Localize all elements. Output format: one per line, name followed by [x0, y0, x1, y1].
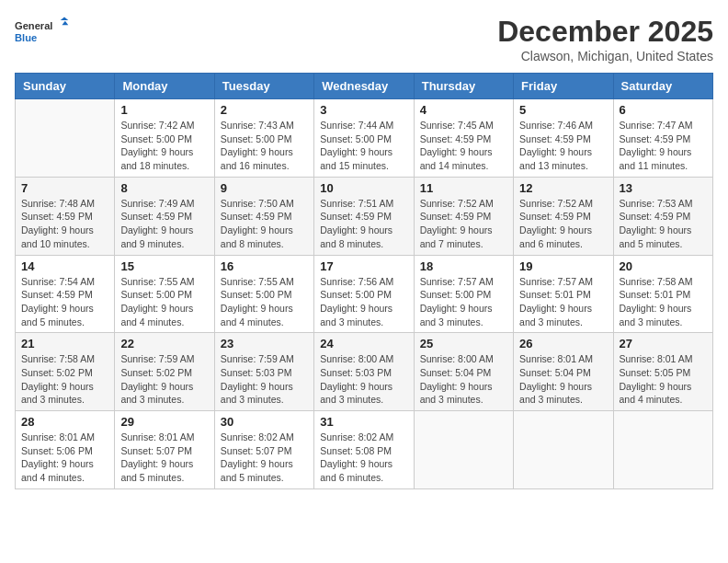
day-number-w2d3: 9: [221, 181, 308, 195]
day-number-w1d2: 1: [120, 103, 208, 117]
day-cell-w4d3: 23Sunrise: 7:59 AM Sunset: 5:03 PM Dayli…: [214, 333, 313, 411]
location: Clawson, Michigan, United States: [497, 49, 713, 63]
day-number-w3d4: 17: [320, 259, 407, 273]
day-number-w4d2: 22: [120, 337, 208, 350]
day-info-w2d5: Sunrise: 7:52 AM Sunset: 4:59 PM Dayligh…: [420, 197, 507, 251]
day-cell-w4d5: 25Sunrise: 8:00 AM Sunset: 5:04 PM Dayli…: [414, 333, 513, 411]
day-info-w3d2: Sunrise: 7:55 AM Sunset: 5:00 PM Dayligh…: [120, 275, 208, 329]
day-cell-w5d6: [514, 411, 613, 489]
day-cell-w1d1: [16, 99, 115, 178]
day-number-w3d5: 18: [420, 259, 507, 273]
day-cell-w1d4: 3Sunrise: 7:44 AM Sunset: 5:00 PM Daylig…: [314, 99, 414, 178]
day-cell-w1d3: 2Sunrise: 7:43 AM Sunset: 5:00 PM Daylig…: [214, 99, 313, 178]
header-thursday: Thursday: [414, 74, 513, 99]
svg-marker-2: [61, 17, 69, 20]
day-number-w1d4: 3: [320, 103, 407, 117]
day-info-w5d3: Sunrise: 8:02 AM Sunset: 5:07 PM Dayligh…: [221, 431, 308, 485]
day-cell-w5d7: [613, 411, 712, 489]
day-number-w2d7: 13: [620, 181, 707, 195]
day-cell-w4d2: 22Sunrise: 7:59 AM Sunset: 5:02 PM Dayli…: [115, 333, 214, 411]
day-cell-w2d1: 7Sunrise: 7:48 AM Sunset: 4:59 PM Daylig…: [16, 177, 115, 255]
day-number-w2d1: 7: [21, 181, 108, 195]
svg-marker-3: [62, 21, 68, 25]
calendar-table: Sunday Monday Tuesday Wednesday Thursday…: [15, 73, 713, 489]
week-row-1: 1Sunrise: 7:42 AM Sunset: 5:00 PM Daylig…: [16, 99, 713, 178]
day-info-w1d7: Sunrise: 7:47 AM Sunset: 4:59 PM Dayligh…: [620, 119, 707, 173]
day-number-w2d5: 11: [420, 181, 507, 195]
day-cell-w3d2: 15Sunrise: 7:55 AM Sunset: 5:00 PM Dayli…: [115, 255, 214, 333]
header-monday: Monday: [115, 74, 214, 99]
page-header: General Blue December 2025 Clawson, Mich…: [15, 15, 713, 63]
day-number-w2d4: 10: [320, 181, 407, 195]
month-title: December 2025: [497, 15, 713, 49]
day-info-w1d4: Sunrise: 7:44 AM Sunset: 5:00 PM Dayligh…: [320, 119, 407, 173]
day-cell-w1d7: 6Sunrise: 7:47 AM Sunset: 4:59 PM Daylig…: [613, 99, 712, 178]
day-info-w1d3: Sunrise: 7:43 AM Sunset: 5:00 PM Dayligh…: [221, 119, 308, 173]
day-number-w5d4: 31: [320, 415, 407, 429]
day-info-w3d7: Sunrise: 7:58 AM Sunset: 5:01 PM Dayligh…: [620, 275, 707, 329]
header-saturday: Saturday: [613, 74, 712, 99]
day-info-w4d4: Sunrise: 8:00 AM Sunset: 5:03 PM Dayligh…: [320, 352, 407, 407]
day-info-w4d5: Sunrise: 8:00 AM Sunset: 5:04 PM Dayligh…: [420, 352, 507, 407]
day-cell-w3d7: 20Sunrise: 7:58 AM Sunset: 5:01 PM Dayli…: [613, 255, 712, 333]
day-info-w3d6: Sunrise: 7:57 AM Sunset: 5:01 PM Dayligh…: [519, 275, 607, 329]
day-info-w3d3: Sunrise: 7:55 AM Sunset: 5:00 PM Dayligh…: [221, 275, 308, 329]
day-number-w3d1: 14: [21, 259, 108, 273]
header-tuesday: Tuesday: [214, 74, 313, 99]
day-number-w4d3: 23: [221, 337, 308, 350]
header-friday: Friday: [514, 74, 613, 99]
day-info-w2d2: Sunrise: 7:49 AM Sunset: 4:59 PM Dayligh…: [120, 197, 208, 251]
day-cell-w1d5: 4Sunrise: 7:45 AM Sunset: 4:59 PM Daylig…: [414, 99, 513, 178]
day-info-w4d6: Sunrise: 8:01 AM Sunset: 5:04 PM Dayligh…: [519, 352, 607, 407]
day-number-w3d7: 20: [620, 259, 707, 273]
day-info-w5d4: Sunrise: 8:02 AM Sunset: 5:08 PM Dayligh…: [320, 431, 407, 485]
day-cell-w4d4: 24Sunrise: 8:00 AM Sunset: 5:03 PM Dayli…: [314, 333, 414, 411]
day-info-w5d2: Sunrise: 8:01 AM Sunset: 5:07 PM Dayligh…: [120, 431, 208, 485]
day-cell-w4d7: 27Sunrise: 8:01 AM Sunset: 5:05 PM Dayli…: [613, 333, 712, 411]
day-number-w3d2: 15: [120, 259, 208, 273]
day-info-w2d7: Sunrise: 7:53 AM Sunset: 4:59 PM Dayligh…: [620, 197, 707, 251]
day-info-w3d4: Sunrise: 7:56 AM Sunset: 5:00 PM Dayligh…: [320, 275, 407, 329]
header-wednesday: Wednesday: [314, 74, 414, 99]
day-number-w5d2: 29: [120, 415, 208, 429]
logo-svg: General Blue: [15, 15, 70, 48]
day-number-w1d3: 2: [221, 103, 308, 117]
day-cell-w2d6: 12Sunrise: 7:52 AM Sunset: 4:59 PM Dayli…: [514, 177, 613, 255]
week-row-5: 28Sunrise: 8:01 AM Sunset: 5:06 PM Dayli…: [16, 411, 713, 489]
day-cell-w2d7: 13Sunrise: 7:53 AM Sunset: 4:59 PM Dayli…: [613, 177, 712, 255]
day-cell-w3d6: 19Sunrise: 7:57 AM Sunset: 5:01 PM Dayli…: [514, 255, 613, 333]
day-cell-w2d2: 8Sunrise: 7:49 AM Sunset: 4:59 PM Daylig…: [115, 177, 214, 255]
day-number-w2d2: 8: [120, 181, 208, 195]
day-number-w4d5: 25: [420, 337, 507, 350]
day-number-w4d6: 26: [519, 337, 607, 350]
day-cell-w5d2: 29Sunrise: 8:01 AM Sunset: 5:07 PM Dayli…: [115, 411, 214, 489]
title-block: December 2025 Clawson, Michigan, United …: [497, 15, 713, 63]
day-cell-w3d3: 16Sunrise: 7:55 AM Sunset: 5:00 PM Dayli…: [214, 255, 313, 333]
day-cell-w4d6: 26Sunrise: 8:01 AM Sunset: 5:04 PM Dayli…: [514, 333, 613, 411]
day-number-w3d6: 19: [519, 259, 607, 273]
day-number-w1d6: 5: [519, 103, 607, 117]
day-info-w2d3: Sunrise: 7:50 AM Sunset: 4:59 PM Dayligh…: [221, 197, 308, 251]
logo: General Blue: [15, 15, 70, 48]
day-number-w5d1: 28: [21, 415, 108, 429]
day-cell-w5d4: 31Sunrise: 8:02 AM Sunset: 5:08 PM Dayli…: [314, 411, 414, 489]
day-cell-w3d1: 14Sunrise: 7:54 AM Sunset: 4:59 PM Dayli…: [16, 255, 115, 333]
day-cell-w2d4: 10Sunrise: 7:51 AM Sunset: 4:59 PM Dayli…: [314, 177, 414, 255]
day-info-w3d1: Sunrise: 7:54 AM Sunset: 4:59 PM Dayligh…: [21, 275, 108, 329]
day-number-w1d5: 4: [420, 103, 507, 117]
svg-text:Blue: Blue: [15, 32, 37, 43]
header-sunday: Sunday: [16, 74, 115, 99]
weekday-header-row: Sunday Monday Tuesday Wednesday Thursday…: [16, 74, 713, 99]
week-row-4: 21Sunrise: 7:58 AM Sunset: 5:02 PM Dayli…: [16, 333, 713, 411]
day-cell-w5d3: 30Sunrise: 8:02 AM Sunset: 5:07 PM Dayli…: [214, 411, 313, 489]
week-row-3: 14Sunrise: 7:54 AM Sunset: 4:59 PM Dayli…: [16, 255, 713, 333]
day-info-w4d7: Sunrise: 8:01 AM Sunset: 5:05 PM Dayligh…: [620, 352, 707, 407]
day-info-w1d2: Sunrise: 7:42 AM Sunset: 5:00 PM Dayligh…: [120, 119, 208, 173]
day-number-w4d4: 24: [320, 337, 407, 350]
day-info-w1d6: Sunrise: 7:46 AM Sunset: 4:59 PM Dayligh…: [519, 119, 607, 173]
day-number-w5d3: 30: [221, 415, 308, 429]
day-number-w4d1: 21: [21, 337, 108, 350]
day-cell-w5d1: 28Sunrise: 8:01 AM Sunset: 5:06 PM Dayli…: [16, 411, 115, 489]
day-info-w2d4: Sunrise: 7:51 AM Sunset: 4:59 PM Dayligh…: [320, 197, 407, 251]
day-cell-w3d5: 18Sunrise: 7:57 AM Sunset: 5:00 PM Dayli…: [414, 255, 513, 333]
